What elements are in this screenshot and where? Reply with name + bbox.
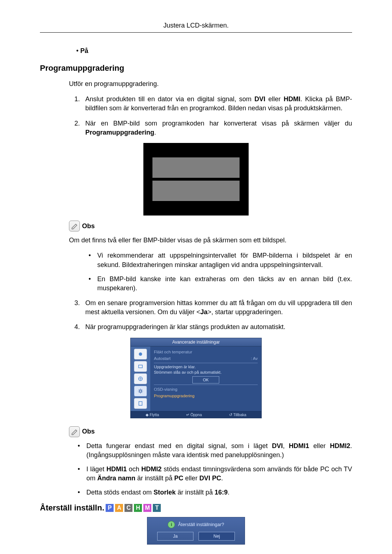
- osd-foot-move-label: Flytta: [150, 413, 159, 417]
- osd-row-osd-display-label: OSD-visning: [154, 387, 177, 391]
- upgrade-intro: Utför en programuppgradering.: [40, 79, 352, 88]
- osd-row-program-upgrade[interactable]: Programuppgradering: [154, 393, 258, 399]
- info-icon: i: [168, 521, 175, 528]
- n2a-h2: HDMI2: [330, 442, 350, 450]
- step-1: Anslut produkten till en dator via en di…: [82, 95, 352, 113]
- reset-heading: Återställ inställn.: [40, 503, 104, 513]
- n2b-pre: I läget: [86, 465, 106, 473]
- osd-row-program-upgrade-label: Programuppgradering: [154, 394, 195, 398]
- reset-no-button[interactable]: Nej: [199, 532, 235, 541]
- badge-m: M: [143, 504, 151, 512]
- note-1-para: Om det finns två eller fler BMP-bilder v…: [40, 236, 352, 245]
- reset-yes-button[interactable]: Ja: [157, 532, 193, 541]
- osd-message-2: Strömmen slås av och på automatiskt.: [154, 370, 258, 375]
- badge-t: T: [153, 504, 161, 512]
- n2b-h2: HDMI2: [141, 465, 162, 473]
- reset-dialog-question: Återställ inställningar?: [178, 522, 224, 527]
- svg-rect-1: [139, 365, 143, 368]
- step-1-text-pre: Anslut produkten till en dator via en di…: [85, 95, 254, 103]
- badge-h: H: [134, 504, 142, 512]
- step-1-dvi: DVI: [254, 95, 265, 103]
- svg-point-0: [139, 352, 142, 356]
- top-bullet-row: På: [40, 47, 352, 55]
- osd-foot-open: ↵ Öppna: [186, 413, 202, 417]
- reset-dialog: i Återställ inställningar? Ja Nej: [147, 517, 245, 545]
- reset-heading-row: Återställ inställn. P A C H M T: [40, 503, 352, 513]
- note-2-header: Obs: [40, 426, 352, 437]
- osd-separator: [154, 363, 258, 363]
- figure-1: [40, 143, 352, 216]
- osd-side-icon-settings[interactable]: [134, 386, 147, 397]
- osd-row-fan[interactable]: Fläkt och temperatur: [154, 349, 258, 355]
- n2b-dp: DVI PC: [199, 475, 221, 482]
- n2a-h1: HDMI1: [289, 442, 309, 450]
- note-2-item-c: Detta stöds endast om Storlek är inställ…: [76, 488, 352, 497]
- step-1-hdmi: HDMI: [283, 95, 300, 103]
- osd-side-icon-input[interactable]: [134, 361, 147, 372]
- step-2-bold: Programuppgradering: [85, 129, 154, 136]
- note-icon: [69, 426, 80, 437]
- document-page: Justera LCD-skärmen. På Programuppgrader…: [0, 0, 392, 554]
- osd-footer: ◆ Flytta ↵ Öppna ↺ Tillbaka: [131, 411, 261, 418]
- osd-foot-open-label: Öppna: [191, 413, 202, 417]
- figure-1-band: [152, 181, 240, 201]
- note-2-item-a: Detta fungerar endast med en digital sig…: [76, 442, 352, 460]
- osd-row-fan-label: Fläkt och temperatur: [154, 350, 192, 354]
- step-3-bold: Ja: [200, 308, 208, 316]
- osd-main: Fläkt och temperatur Autostart: Av Uppgr…: [150, 346, 261, 411]
- note-2-label: Obs: [82, 428, 95, 435]
- note-1-item-a: Vi rekommenderar att uppspelningsinterva…: [87, 251, 352, 269]
- figure-2: Avancerade inställningar Fläkt och tempe…: [40, 338, 352, 418]
- step-3: Om en senare programversion hittas komme…: [82, 299, 352, 317]
- osd-side-icon-info[interactable]: [134, 398, 147, 409]
- step-4: När programuppgraderingen är klar stängs…: [82, 323, 352, 332]
- upgrade-steps-1: Anslut produkten till en dator via en di…: [40, 95, 352, 137]
- osd-ok-button[interactable]: OK: [192, 376, 219, 383]
- osd-row-autostart[interactable]: Autostart: Av: [154, 355, 258, 362]
- osd-foot-back-label: Tillbaka: [233, 413, 246, 417]
- reset-dialog-top: i Återställ inställningar?: [152, 521, 240, 528]
- note-1-header: Obs: [40, 221, 352, 231]
- osd-row-autostart-label: Autostart: [154, 356, 171, 361]
- step-2: När en BMP-bild som programkoden har kon…: [82, 119, 352, 137]
- top-bullet-label: På: [80, 47, 88, 54]
- page-header: Justera LCD-skärmen.: [40, 22, 352, 33]
- step-2-pre: När en BMP-bild som programkoden har kon…: [85, 120, 352, 127]
- osd-side-icon-network[interactable]: [134, 373, 147, 384]
- badge-c: C: [124, 504, 132, 512]
- n2c-pre: Detta stöds endast om: [86, 489, 154, 496]
- n2a-pre: Detta fungerar endast med en digital sig…: [86, 442, 272, 450]
- osd-foot-move: ◆ Flytta: [146, 413, 159, 417]
- osd-row-osd-display[interactable]: OSD-visning: [154, 386, 258, 393]
- n2a-dvi: DVI: [272, 442, 283, 450]
- n2c-v: 16:9: [215, 489, 228, 496]
- svg-rect-4: [139, 401, 142, 405]
- step-3-post: >, startar uppgraderingen.: [208, 308, 283, 316]
- badge-a: A: [115, 504, 123, 512]
- note-2-sublist: Detta fungerar endast med en digital sig…: [40, 442, 352, 497]
- n2c-mid: är inställt på: [176, 489, 215, 496]
- bullet-dot: [76, 47, 80, 54]
- step-2-post: .: [154, 129, 156, 136]
- osd-separator: [154, 385, 258, 385]
- osd-side-icon-picture[interactable]: [134, 349, 147, 360]
- badge-p: P: [106, 504, 114, 512]
- n2b-pc: PC: [174, 475, 183, 482]
- upgrade-heading: Programuppgradering: [40, 63, 352, 73]
- reset-dialog-buttons: Ja Nej: [152, 532, 240, 541]
- step-1-mid1: eller: [265, 95, 283, 103]
- n2b-en: Ändra namn: [97, 475, 135, 482]
- osd-foot-back: ↺ Tillbaka: [229, 413, 246, 417]
- n2b-post: .: [221, 475, 223, 482]
- n2c-b: Storlek: [154, 489, 176, 496]
- note-2-item-b: I läget HDMI1 och HDMI2 stöds endast tim…: [76, 465, 352, 483]
- n2a-m2: eller: [309, 442, 330, 450]
- osd-body: Fläkt och temperatur Autostart: Av Uppgr…: [131, 346, 261, 411]
- figure-1-band: [152, 157, 240, 178]
- osd-ok-row: OK: [154, 376, 258, 383]
- n2b-h1: HDMI1: [106, 465, 127, 473]
- figure-3: i Återställ inställningar? Ja Nej: [40, 517, 352, 545]
- n2b-m3: är inställt på: [135, 475, 174, 482]
- note-1-item-b: En BMP-bild kanske inte kan extraheras o…: [87, 275, 352, 293]
- osd-row-autostart-value: : Av: [251, 356, 258, 361]
